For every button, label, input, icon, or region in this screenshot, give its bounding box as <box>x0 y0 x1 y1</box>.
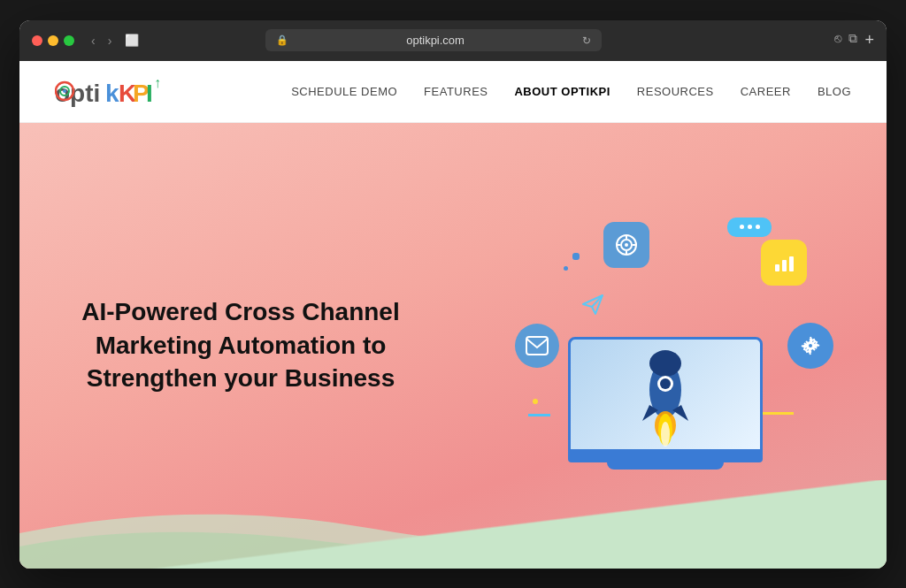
svg-point-26 <box>660 378 671 389</box>
nav-item-blog[interactable]: BLOG <box>818 83 851 99</box>
nav-link-career[interactable]: CAREER <box>741 85 791 98</box>
tab-icon: ⬜ <box>125 34 139 47</box>
paper-plane-svg <box>581 293 604 316</box>
deco-dot-3 <box>533 399 538 404</box>
hero-title: AI-Powered Cross Channel Marketing Autom… <box>73 295 409 395</box>
nav-link-schedule-demo[interactable]: SCHEDULE DEMO <box>291 85 397 98</box>
svg-point-11 <box>625 243 628 247</box>
float-icon-target <box>603 222 649 268</box>
add-tab-icon[interactable]: + <box>864 31 874 50</box>
minimize-button[interactable] <box>48 35 58 46</box>
float-icon-paper-plane <box>581 293 604 321</box>
nav-link-blog[interactable]: BLOG <box>818 85 851 98</box>
hero-illustration <box>497 204 833 487</box>
deco-dot-1 <box>572 253 580 260</box>
svg-point-29 <box>661 422 670 447</box>
close-button[interactable] <box>32 35 42 46</box>
deco-line-1 <box>763 412 794 415</box>
chat-dot-3 <box>756 225 760 229</box>
rocket-svg <box>577 341 754 447</box>
forward-button[interactable]: › <box>104 32 117 50</box>
new-tab-icon[interactable]: ⧉ <box>848 31 857 50</box>
laptop-base <box>568 452 763 462</box>
svg-point-24 <box>649 350 681 377</box>
svg-rect-20 <box>526 337 548 355</box>
deco-line-2 <box>528 414 550 416</box>
nav-link-features[interactable]: FEATURES <box>424 85 488 98</box>
chat-dot-2 <box>748 225 752 229</box>
nav-item-about[interactable]: ABOUT OPTIKPI <box>514 83 610 99</box>
nav-link-resources[interactable]: RESOURCES <box>637 85 714 98</box>
float-icon-chart <box>761 240 807 286</box>
rocket-scene <box>497 204 833 487</box>
settings-icon-svg <box>798 333 823 358</box>
browser-actions: ⎋ ⧉ + <box>834 31 874 50</box>
float-icon-settings <box>787 323 833 369</box>
nav-link-about[interactable]: ABOUT OPTIKPI <box>514 85 610 98</box>
nav-item-career[interactable]: CAREER <box>741 83 791 99</box>
back-button[interactable]: ‹ <box>87 32 100 50</box>
deco-dot-2 <box>564 266 568 271</box>
nav-links: SCHEDULE DEMO FEATURES ABOUT OPTIKPI RES… <box>291 83 851 99</box>
hero-section: AI-Powered Cross Channel Marketing Autom… <box>19 123 887 569</box>
browser-nav-buttons: ‹ › <box>87 32 116 50</box>
svg-text:↑: ↑ <box>154 75 161 90</box>
refresh-icon[interactable]: ↻ <box>582 34 591 47</box>
target-icon-svg <box>614 233 639 257</box>
chat-dot-1 <box>740 225 744 229</box>
browser-chrome: ‹ › ⬜ 🔒 optikpi.com ↻ ⎋ ⧉ + <box>19 20 887 61</box>
svg-rect-16 <box>775 264 779 271</box>
logo[interactable]: opti k K P I ↑ <box>55 72 170 111</box>
laptop <box>568 337 763 470</box>
website-content: opti k K P I ↑ <box>19 61 887 569</box>
laptop-stand <box>607 462 724 470</box>
svg-point-8 <box>63 89 66 93</box>
email-icon-svg <box>526 336 549 355</box>
float-icon-email <box>515 324 559 368</box>
chart-icon-svg <box>772 250 796 275</box>
float-icon-chat <box>727 218 772 237</box>
url-text: optikpi.com <box>294 34 577 47</box>
svg-text:k: k <box>105 80 119 107</box>
svg-text:I: I <box>146 80 153 107</box>
lock-icon: 🔒 <box>276 34 288 46</box>
maximize-button[interactable] <box>64 35 74 46</box>
nav-item-features[interactable]: FEATURES <box>424 83 488 99</box>
nav-item-resources[interactable]: RESOURCES <box>637 83 714 99</box>
traffic-lights <box>32 35 74 46</box>
browser-window: ‹ › ⬜ 🔒 optikpi.com ↻ ⎋ ⧉ + opti k <box>19 20 887 569</box>
svg-rect-18 <box>789 256 794 271</box>
address-bar[interactable]: 🔒 optikpi.com ↻ <box>265 29 602 51</box>
logo-svg: opti k K P I ↑ <box>55 72 170 111</box>
nav-item-schedule-demo[interactable]: SCHEDULE DEMO <box>291 83 397 99</box>
laptop-screen <box>568 337 763 452</box>
svg-rect-17 <box>782 260 787 271</box>
hero-wave <box>19 480 887 569</box>
site-navigation: opti k K P I ↑ <box>19 61 887 123</box>
share-icon[interactable]: ⎋ <box>834 31 841 50</box>
svg-point-22 <box>808 343 813 348</box>
